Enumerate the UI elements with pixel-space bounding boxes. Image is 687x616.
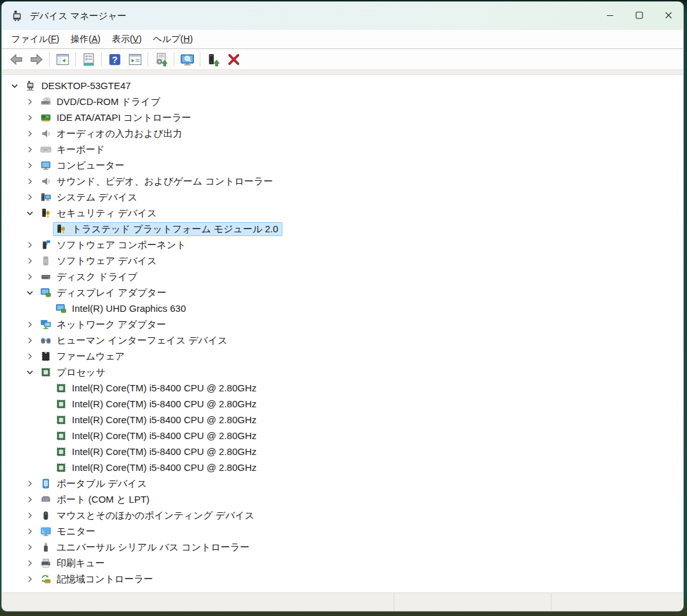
tree-item[interactable]: 印刷キュー — [2, 555, 683, 571]
tree-item-content: 印刷キュー — [38, 556, 109, 570]
toolbar-help-button[interactable]: ? — [104, 50, 125, 68]
display-adapter-icon — [40, 287, 52, 298]
tree-item[interactable]: ソフトウェア コンポーネント — [2, 237, 683, 253]
usb-controller-icon — [40, 542, 52, 553]
chevron-right-icon[interactable] — [22, 523, 38, 539]
chevron-right-icon[interactable] — [22, 348, 38, 364]
tree-item[interactable]: コンピューター — [2, 157, 683, 173]
toolbar-search-computer-button[interactable] — [177, 50, 197, 68]
tree-item[interactable]: ポート (COM と LPT) — [2, 491, 683, 507]
svg-text:?: ? — [112, 54, 118, 64]
tree-item[interactable]: ファームウェア — [2, 348, 683, 364]
toolbar-show-action-pane-button[interactable] — [125, 50, 145, 68]
chevron-spacer — [38, 396, 53, 412]
tree-item[interactable]: ユニバーサル シリアル バス コントローラー — [2, 539, 683, 555]
tree-item-content: DESKTOP-53GTE47 — [22, 79, 135, 93]
tree-item-content: ユニバーサル シリアル バス コントローラー — [38, 540, 254, 554]
tree-item[interactable]: 記憶域コントローラー — [2, 571, 683, 587]
chevron-down-icon[interactable] — [7, 78, 22, 94]
tree-item[interactable]: オーディオの入力および出力 — [2, 125, 683, 141]
chevron-right-icon[interactable] — [22, 571, 38, 587]
menu-view[interactable]: 表示(V) — [106, 32, 148, 47]
tree-item[interactable]: サウンド、ビデオ、およびゲーム コントローラー — [2, 173, 683, 189]
tree-item[interactable]: DVD/CD-ROM ドライブ — [2, 94, 683, 109]
chevron-right-icon[interactable] — [22, 316, 38, 332]
maximize-button[interactable] — [625, 2, 654, 30]
chevron-right-icon[interactable] — [22, 507, 38, 523]
tree-item-label: マウスとそのほかのポインティング デバイス — [57, 510, 254, 520]
chevron-right-icon[interactable] — [22, 332, 38, 348]
tree-item[interactable]: ディスプレイ アダプター — [2, 284, 683, 300]
tree-item[interactable]: セキュリティ デバイス — [2, 205, 683, 221]
chevron-right-icon[interactable] — [22, 491, 38, 507]
action-pane-icon — [128, 52, 142, 67]
tree-item[interactable]: ディスク ドライブ — [2, 269, 683, 284]
computer-search-icon — [180, 52, 195, 67]
toolbar-separator — [200, 52, 200, 66]
toolbar-scan-hardware-changes-button[interactable] — [151, 50, 171, 68]
menu-action[interactable]: 操作(A) — [65, 32, 106, 47]
chevron-right-icon[interactable] — [22, 141, 38, 157]
tree-item[interactable]: Intel(R) Core(TM) i5-8400 CPU @ 2.80GHz — [2, 412, 683, 428]
tree-item[interactable]: Intel(R) Core(TM) i5-8400 CPU @ 2.80GHz — [2, 444, 683, 459]
tree-item-content: Intel(R) Core(TM) i5-8400 CPU @ 2.80GHz — [53, 445, 261, 459]
toolbar-properties-button[interactable] — [78, 50, 99, 68]
chevron-right-icon[interactable] — [22, 157, 38, 173]
tree-item-content: ヒューマン インターフェイス デバイス — [38, 333, 232, 347]
tree-item[interactable]: モニター — [2, 523, 683, 539]
chevron-right-icon[interactable] — [22, 125, 38, 141]
disk-drive-icon — [40, 271, 52, 283]
tree-item[interactable]: マウスとそのほかのポインティング デバイス — [2, 507, 683, 523]
chevron-right-icon[interactable] — [22, 555, 38, 571]
software-device-icon — [40, 255, 52, 267]
tree-item[interactable]: DESKTOP-53GTE47 — [2, 78, 683, 94]
tree-item-label: DVD/CD-ROM ドライブ — [57, 97, 160, 106]
minimize-button[interactable] — [595, 2, 625, 30]
tree-item[interactable]: キーボード — [2, 141, 683, 157]
tree-item[interactable]: Intel(R) Core(TM) i5-8400 CPU @ 2.80GHz — [2, 396, 683, 412]
chevron-down-icon[interactable] — [22, 205, 38, 221]
title-bar: デバイス マネージャー — [2, 2, 683, 30]
tree-item[interactable]: ポータブル デバイス — [2, 475, 683, 491]
chevron-right-icon[interactable] — [22, 173, 38, 189]
toolbar-forward-button[interactable] — [26, 50, 46, 68]
toolbar-show-console-tree-button[interactable] — [52, 50, 73, 68]
tree-item-label: ディスプレイ アダプター — [57, 288, 167, 297]
chevron-right-icon[interactable] — [22, 253, 38, 269]
tree-item-label: ポータブル デバイス — [57, 479, 147, 488]
tree-item[interactable]: システム デバイス — [2, 189, 683, 205]
chevron-right-icon[interactable] — [22, 109, 38, 125]
tree-item[interactable]: ヒューマン インターフェイス デバイス — [2, 332, 683, 348]
statusbar-section — [552, 593, 683, 611]
chevron-right-icon[interactable] — [22, 94, 38, 109]
tree-item[interactable]: ネットワーク アダプター — [2, 316, 683, 332]
tree-item[interactable]: Intel(R) Core(TM) i5-8400 CPU @ 2.80GHz — [2, 428, 683, 444]
tree-item-content: ネットワーク アダプター — [38, 318, 170, 332]
tree-item[interactable]: プロセッサ — [2, 364, 683, 380]
menu-file[interactable]: ファイル(F) — [6, 32, 65, 47]
tree-item-label: ファームウェア — [57, 351, 125, 361]
tree-item[interactable]: Intel(R) Core(TM) i5-8400 CPU @ 2.80GHz — [2, 459, 683, 475]
tree-item[interactable]: IDE ATA/ATAPI コントローラー — [2, 109, 683, 125]
chevron-right-icon[interactable] — [22, 237, 38, 253]
toolbar-back-button[interactable] — [6, 50, 26, 68]
tree-item[interactable]: Intel(R) Core(TM) i5-8400 CPU @ 2.80GHz — [2, 380, 683, 396]
close-button[interactable] — [654, 2, 683, 30]
menu-help[interactable]: ヘルプ(H) — [148, 32, 198, 47]
toolbar-uninstall-device-button[interactable] — [223, 50, 244, 68]
chevron-right-icon[interactable] — [22, 475, 38, 491]
chevron-right-icon[interactable] — [22, 269, 38, 284]
ports-icon — [40, 494, 52, 505]
chevron-down-icon[interactable] — [22, 364, 38, 380]
tree-item-content: システム デバイス — [38, 190, 142, 204]
tree-item[interactable]: トラステッド プラットフォーム モジュール 2.0 — [2, 221, 683, 237]
chevron-right-icon[interactable] — [22, 539, 38, 555]
toolbar-update-driver-button[interactable] — [203, 50, 223, 68]
device-tree: DESKTOP-53GTE47DVD/CD-ROM ドライブIDE ATA/AT… — [2, 75, 683, 592]
tree-item-content: ファームウェア — [38, 349, 129, 363]
tree-item[interactable]: ソフトウェア デバイス — [2, 253, 683, 269]
tree-item[interactable]: Intel(R) UHD Graphics 630 — [2, 300, 683, 316]
chevron-right-icon[interactable] — [22, 189, 38, 205]
tree-item-label: IDE ATA/ATAPI コントローラー — [57, 113, 191, 122]
chevron-down-icon[interactable] — [22, 284, 38, 300]
